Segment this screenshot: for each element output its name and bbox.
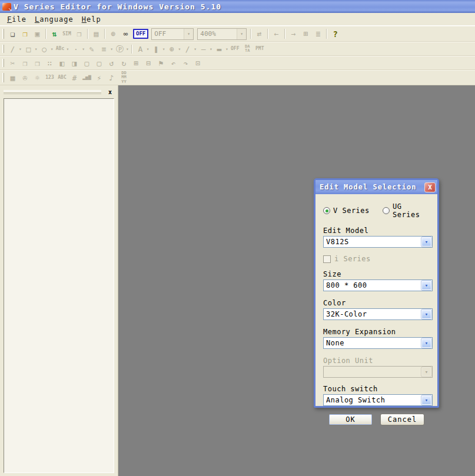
window-titlebar[interactable]: V Series Editor for Windows Version 5.10 [0,0,475,13]
ungroup-icon: ⊟ [142,57,155,69]
dropdown-arrow-icon: ▾ [194,46,197,52]
dialog-titlebar[interactable]: Edit Model Selection X [315,180,437,194]
dialog-button-row: OK Cancel [323,414,430,425]
dropdown-arrow-icon: ▾ [178,46,181,52]
transfer-icon[interactable]: ⇅ [48,28,61,40]
menu-help-label: elp [87,15,101,24]
edit-model-value: V812S [324,237,421,247]
rect-tool-icon: □ [22,43,35,55]
option-unit-combobox: ▾ [323,366,433,378]
off-cursor-icon: OFF [229,43,241,55]
toolbar-separator [87,29,88,39]
chevron-down-icon[interactable]: ▾ [421,395,431,405]
dropdown-arrow-icon: ▾ [35,46,38,52]
off-state-value: OFF [152,29,184,39]
hline-tool-icon: — [197,43,210,55]
chevron-down-icon[interactable]: ▾ [421,237,431,247]
app-icon [2,3,11,11]
dialog-close-icon[interactable]: X [424,182,436,192]
size-combobox[interactable]: 800 * 600 ▾ [323,279,433,291]
keypad-part-icon: # [68,72,81,84]
open-file-icon[interactable]: ❒ [19,28,31,40]
touch-switch-combobox[interactable]: Analog Switch ▾ [323,394,433,406]
circle-tool-icon: ○ [38,43,51,55]
binoculars-icon[interactable]: ∞ [119,28,132,40]
radio-v-series[interactable]: V Series [323,207,379,215]
print-icon: ▤ [90,28,102,40]
cancel-button[interactable]: Cancel [380,414,424,425]
marker-pin-icon: ⚑ [155,57,167,69]
menu-language-mnemonic: L [35,15,39,24]
color-combobox[interactable]: 32K-Color ▾ [323,308,433,320]
char-tool-icon: A [134,43,147,55]
chevron-down-icon: ▾ [237,29,246,39]
dropdown-arrow-icon: ▾ [147,46,150,52]
dropdown-arrow-icon: ▾ [126,46,129,52]
next-screen-icon: → [287,28,300,40]
copy-icon: ❐ [19,57,31,69]
toolbar-edit: ✂ ❐ ❒ ∷ ◧ ◨ ▢ ▢ ↺ ↻ ⊞ ⊟ ⚑ ↶ ↷ ⊡ [0,56,475,70]
paint-tool-icon: ✎ [85,43,98,55]
data-mode-icon: DA TA [241,43,254,55]
dropdown-arrow-icon: ▾ [19,46,22,52]
menu-help[interactable]: Help [78,14,106,25]
reduce-icon: ▢ [93,57,105,69]
num-display-part-icon: 123 [44,72,56,84]
chevron-down-icon[interactable]: ▾ [421,281,431,290]
screen-copy-icon: ❐ [73,28,85,40]
paste-icon: ❒ [31,57,44,69]
item-list-icon: ≣ [312,28,324,40]
menu-language[interactable]: Language [31,14,78,25]
toolbar-grip[interactable] [2,73,4,82]
color-label: Color [323,299,430,307]
menu-file-mnemonic: F [7,15,12,24]
ok-button[interactable]: OK [328,414,373,425]
size-value: 800 * 600 [324,280,421,291]
touch-switch-label: Touch switch [323,385,430,393]
panel-gripper[interactable] [4,90,101,94]
off-display-button[interactable]: OFF [133,29,148,39]
graph-part-icon: ▂▅▇ [81,72,93,84]
radio-ug-series-label: UG Series [393,202,430,219]
off-state-combobox: OFF ▾ [151,28,194,40]
option-unit-label: Option Unit [323,357,430,365]
new-file-icon[interactable]: ❏ [6,28,19,40]
slash-tool-icon: / [181,43,194,55]
simulator-icon: SIM [61,28,73,40]
menu-file[interactable]: File [4,14,31,25]
toolbar-separator [104,29,105,39]
select-area-icon: ⊡ [192,57,204,69]
toolbar-grip[interactable] [2,59,4,67]
radio-selected-icon [323,207,330,214]
screen-listbox[interactable] [4,98,114,473]
dialog-title: Edit Model Selection [320,183,424,191]
redo-icon: ↷ [180,57,192,69]
rotate-right-icon: ↻ [118,57,130,69]
toolbar-grip[interactable] [2,45,4,53]
screen-parts-icon: ▦ [6,72,19,84]
char-display-part-icon: ABC [56,72,68,84]
help-icon[interactable]: ? [329,28,341,40]
toolbar-grip[interactable] [2,29,4,38]
edit-model-combobox[interactable]: V812S ▾ [323,236,433,248]
undo-icon: ↶ [167,57,180,69]
radio-ug-series[interactable]: UG Series [383,202,430,219]
text-tool-icon: ABc [54,43,66,55]
toolbar-separator [284,29,285,39]
toolbar-parts: ▦ ✇ ☼ 123 ABC # ▂▅▇ ⚡ ♪ DD MM YY [0,70,475,85]
zoom-search-icon: ⊕ [107,28,119,40]
memory-expansion-label: Memory Expansion [323,328,430,336]
toolbar-separator [131,45,132,54]
edit-model-selection-dialog: Edit Model Selection X V Series UG Serie… [314,178,439,408]
multi-copy-icon: ∷ [44,57,56,69]
toolbar-separator [250,29,251,39]
chevron-down-icon[interactable]: ▾ [421,309,431,319]
jump-screens-icon: ⇄ [253,28,265,40]
panel-close-icon[interactable]: x [106,88,114,96]
window-title: V Series Editor for Windows Version 5.10 [14,2,221,11]
p-mark-tool-icon: Ⓟ [114,43,126,55]
dropdown-arrow-icon: ▾ [82,46,85,52]
chevron-down-icon[interactable]: ▾ [421,338,431,348]
chevron-down-icon: ▾ [184,29,193,39]
memory-expansion-combobox[interactable]: None ▾ [323,337,433,349]
